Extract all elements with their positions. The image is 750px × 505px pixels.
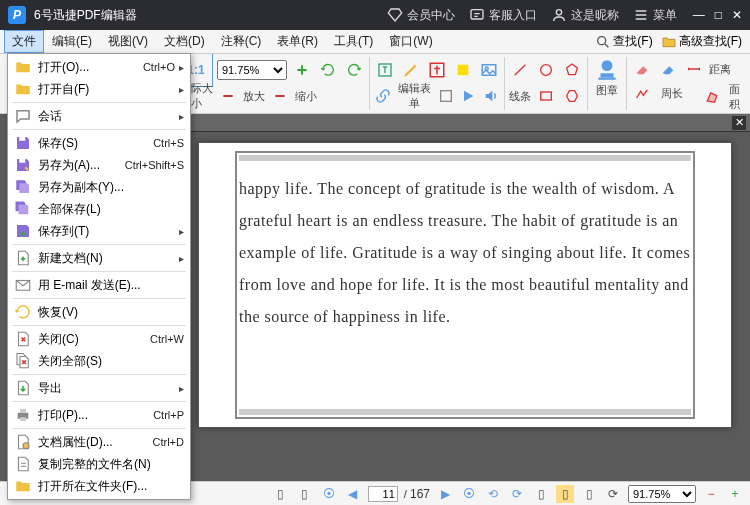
menu-export[interactable]: 导出▸	[8, 377, 190, 399]
save-icon	[14, 134, 32, 152]
menu-save-copy[interactable]: 另存为副本(Y)...	[8, 176, 190, 198]
menu-save[interactable]: 保存(S)Ctrl+S	[8, 132, 190, 154]
eraser-blue-button[interactable]	[657, 58, 679, 80]
menu-copy-filename[interactable]: 复制完整的文件名(N)	[8, 453, 190, 475]
document-tab-bar: ✕	[184, 114, 750, 132]
menu-save-as[interactable]: 另存为(A)...Ctrl+Shift+S	[8, 154, 190, 176]
chat-icon	[469, 7, 485, 23]
next-page-button[interactable]: ▶	[436, 485, 454, 503]
menu-open-from[interactable]: 打开自(F)▸	[8, 78, 190, 100]
menu-form[interactable]: 表单(R)	[269, 30, 326, 53]
svg-rect-16	[601, 73, 614, 77]
find-button[interactable]: 查找(F)	[595, 33, 652, 50]
menu-session[interactable]: 会话▸	[8, 105, 190, 127]
close-button[interactable]: ✕	[732, 8, 742, 22]
pencil-icon	[402, 61, 420, 79]
text-select-button[interactable]	[374, 59, 396, 81]
text-icon	[376, 61, 394, 79]
menu-restore[interactable]: 恢复(V)	[8, 301, 190, 323]
zoom-out-button[interactable]	[217, 85, 239, 107]
menu-save-all[interactable]: 全部保存(L)	[8, 198, 190, 220]
fit-visible-button[interactable]: ▯	[580, 485, 598, 503]
first-page-button[interactable]: ⦿	[320, 485, 338, 503]
sound-button[interactable]	[482, 85, 500, 107]
line-button[interactable]	[509, 59, 531, 81]
menu-tools[interactable]: 工具(T)	[326, 30, 381, 53]
hexagon-icon	[564, 88, 580, 104]
rect-button[interactable]	[535, 85, 557, 107]
member-center-link[interactable]: 会员中心	[387, 7, 455, 24]
highlight-yellow-button[interactable]	[452, 59, 474, 81]
close-doc-icon	[14, 330, 32, 348]
menu-close[interactable]: 关闭(C)Ctrl+W	[8, 328, 190, 350]
last-page-button[interactable]: ⦿	[460, 485, 478, 503]
area-button[interactable]	[703, 86, 721, 108]
menu-new-doc[interactable]: 新建文档(N)▸	[8, 247, 190, 269]
polygon-button[interactable]	[561, 59, 583, 81]
advanced-find-button[interactable]: 高级查找(F)	[661, 33, 742, 50]
menu-close-all[interactable]: 关闭全部(S)	[8, 350, 190, 372]
rotate-button[interactable]: ⟳	[604, 485, 622, 503]
area-icon	[704, 89, 720, 105]
support-link[interactable]: 客服入口	[469, 7, 537, 24]
status-zoom-select[interactable]: 91.75%	[628, 485, 696, 503]
menu-window[interactable]: 窗口(W)	[381, 30, 440, 53]
copy-name-icon	[14, 455, 32, 473]
perimeter-button[interactable]	[631, 83, 653, 105]
menu-open[interactable]: 打开(O)...Ctrl+O▸	[8, 56, 190, 78]
fit-page-button[interactable]: ▯	[532, 485, 550, 503]
prev-page-button[interactable]: ◀	[344, 485, 362, 503]
menu-doc-props[interactable]: 文档属性(D)...Ctrl+D	[8, 431, 190, 453]
menu-annotate[interactable]: 注释(C)	[213, 30, 270, 53]
layout-cont-button[interactable]: ▯	[296, 485, 314, 503]
document-text[interactable]: happy life. The concept of gratitude is …	[239, 173, 691, 333]
menu-view[interactable]: 视图(V)	[100, 30, 156, 53]
status-zoom-in-button[interactable]: +	[726, 485, 744, 503]
minimize-button[interactable]: —	[693, 8, 705, 22]
eraser-pink-button[interactable]	[631, 58, 653, 80]
svg-rect-18	[19, 137, 25, 141]
menu-file[interactable]: 文件	[4, 30, 44, 53]
menu-open-folder[interactable]: 打开所在文件夹(F)...	[8, 475, 190, 497]
nav-fwd-button[interactable]: ⟳	[508, 485, 526, 503]
ruler-icon	[686, 61, 702, 77]
attach-button[interactable]	[437, 85, 455, 107]
play-button[interactable]	[459, 85, 477, 107]
svg-rect-23	[20, 417, 26, 421]
distance-button[interactable]	[683, 58, 705, 80]
svg-rect-14	[541, 92, 552, 100]
nav-back-button[interactable]: ⟲	[484, 485, 502, 503]
menu-save-to[interactable]: 保存到(T)▸	[8, 220, 190, 242]
stamp-icon	[594, 57, 620, 83]
pencil-button[interactable]	[400, 59, 422, 81]
diamond-icon	[387, 7, 403, 23]
page-view[interactable]: happy life. The concept of gratitude is …	[198, 142, 732, 428]
highlight-button[interactable]	[426, 59, 448, 81]
fit-width-button[interactable]: ▯	[556, 485, 574, 503]
zoom-out-button-2[interactable]	[269, 85, 291, 107]
save-all-icon	[14, 200, 32, 218]
close-tab-button[interactable]: ✕	[732, 116, 746, 130]
svg-rect-0	[471, 10, 483, 19]
menu-email[interactable]: 用 E-mail 发送(E)...	[8, 274, 190, 296]
zoom-in-button[interactable]	[291, 59, 313, 81]
menu-print[interactable]: 打印(P)...Ctrl+P	[8, 404, 190, 426]
rotate-right-button[interactable]	[343, 59, 365, 81]
layout-single-button[interactable]: ▯	[272, 485, 290, 503]
nickname-link[interactable]: 这是昵称	[551, 7, 619, 24]
menu-link[interactable]: 菜单	[633, 7, 677, 24]
menu-edit[interactable]: 编辑(E)	[44, 30, 100, 53]
maximize-button[interactable]: □	[715, 8, 722, 22]
toolbar-edit-section: 编辑表单	[370, 57, 505, 110]
page-input[interactable]	[368, 486, 398, 502]
circle-button[interactable]	[535, 59, 557, 81]
menu-document[interactable]: 文档(D)	[156, 30, 213, 53]
link-button[interactable]	[374, 85, 392, 107]
cloud-button[interactable]	[561, 85, 583, 107]
stamp-button[interactable]	[592, 55, 622, 85]
svg-point-13	[541, 65, 552, 76]
status-zoom-out-button[interactable]: −	[702, 485, 720, 503]
zoom-select[interactable]: 91.75%	[217, 60, 287, 80]
rotate-left-button[interactable]	[317, 59, 339, 81]
image-button[interactable]	[478, 59, 500, 81]
